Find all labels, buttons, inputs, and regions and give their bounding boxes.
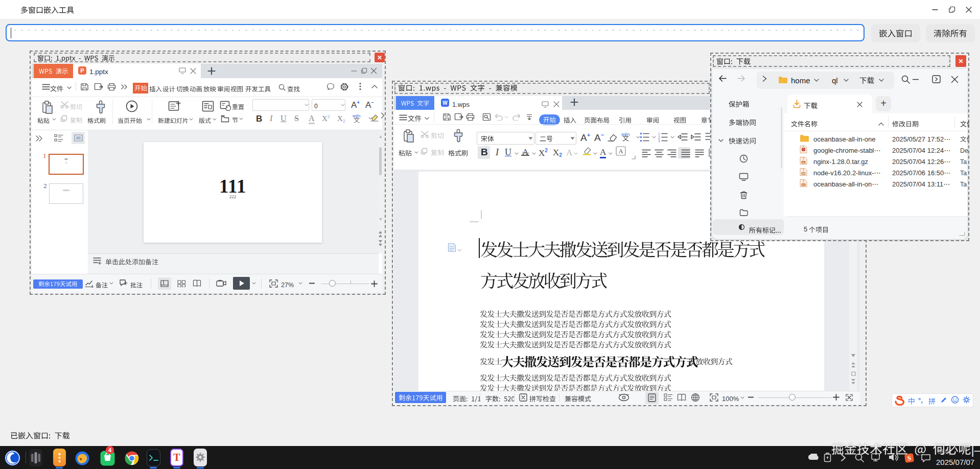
svg-text:3: 3 — [658, 139, 660, 142]
svg-text:GZ: GZ — [802, 161, 805, 163]
svg-text:A: A — [619, 148, 623, 155]
svg-text:1: 1 — [658, 132, 660, 136]
svg-text:TAR: TAR — [802, 173, 806, 175]
svg-text:GZ: GZ — [802, 183, 805, 186]
